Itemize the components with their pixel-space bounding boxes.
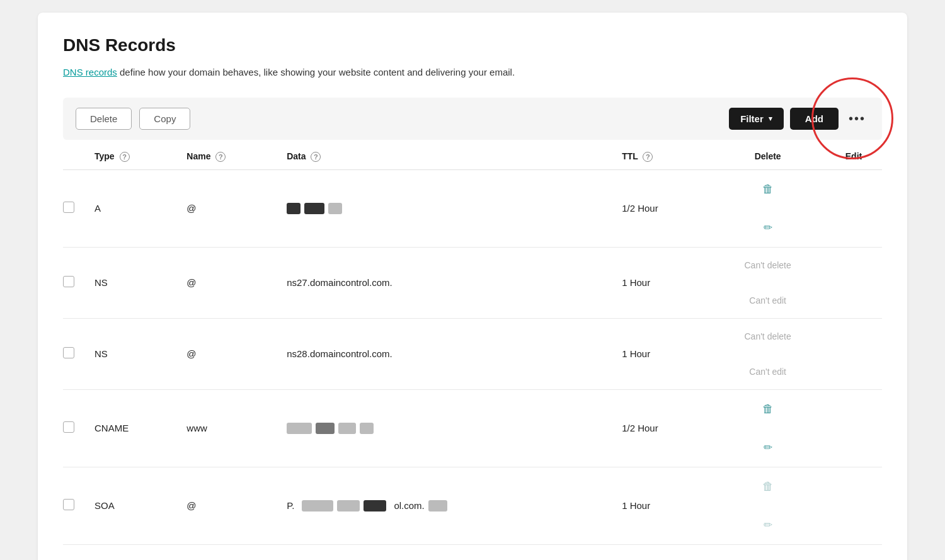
table-row: CNAMEwww1/2 Hour🗑✏ (63, 389, 882, 467)
ttl-help-icon[interactable]: ? (643, 152, 653, 162)
header-data: Data ? (280, 140, 616, 170)
row-name: @ (180, 247, 280, 318)
row-type: A (88, 169, 180, 247)
trash-icon[interactable]: 🗑 (762, 183, 774, 196)
row-ttl: 1 Hour (616, 247, 710, 318)
table-row: NS@ns27.domaincontrol.com.1 HourCan't de… (63, 247, 882, 318)
row-edit[interactable]: ✏ (710, 506, 825, 544)
table-row: NS@ns28.domaincontrol.com.1 HourCan't de… (63, 318, 882, 389)
row-data (280, 389, 616, 467)
row-data: ns28.domaincontrol.com. (280, 318, 616, 389)
row-delete[interactable]: 🗑 (710, 170, 825, 209)
row-delete: Can't delete (710, 319, 825, 354)
add-button[interactable]: Add (790, 108, 839, 130)
header-name: Name ? (180, 140, 280, 170)
row-edit[interactable]: ✏ (710, 209, 825, 247)
row-name: @ (180, 467, 280, 544)
cant-delete-label: Can't delete (745, 331, 791, 341)
table-wrap: Type ? Name ? Data ? TTL ? Delete Edit (63, 140, 882, 545)
row-name: @ (180, 169, 280, 247)
cant-delete-label: Can't delete (745, 260, 791, 270)
row-checkbox[interactable] (63, 347, 74, 358)
row-checkbox[interactable] (63, 421, 74, 433)
row-name: @ (180, 318, 280, 389)
delete-button[interactable]: Delete (76, 108, 132, 130)
row-delete[interactable]: 🗑 (710, 390, 825, 428)
type-help-icon[interactable]: ? (120, 152, 130, 162)
header-edit: Edit (825, 140, 882, 170)
page-description: DNS records define how your domain behav… (63, 66, 882, 80)
row-ttl: 1/2 Hour (616, 169, 710, 247)
trash-icon[interactable]: 🗑 (762, 403, 774, 416)
row-type: SOA (88, 467, 180, 544)
row-delete: Can't delete (710, 248, 825, 283)
row-delete[interactable]: 🗑 (710, 467, 825, 506)
toolbar-left: Delete Copy (76, 108, 190, 130)
cant-edit-label: Can't edit (749, 367, 786, 377)
page-title: DNS Records (63, 35, 882, 55)
header-ttl: TTL ? (616, 140, 710, 170)
row-edit: Can't edit (710, 283, 825, 318)
row-ttl: 1 Hour (616, 467, 710, 544)
dns-records-table: Type ? Name ? Data ? TTL ? Delete Edit (63, 140, 882, 545)
row-checkbox[interactable] (63, 202, 74, 213)
toolbar-container: Delete Copy Filter ▾ Add ••• (63, 98, 882, 140)
toolbar: Delete Copy Filter ▾ Add ••• (63, 98, 882, 140)
data-help-icon[interactable]: ? (311, 152, 321, 162)
dns-records-link[interactable]: DNS records (63, 67, 117, 77)
toolbar-right: Filter ▾ Add ••• (729, 108, 869, 130)
header-checkbox (63, 140, 88, 170)
table-row: A@1/2 Hour🗑✏ (63, 169, 882, 247)
header-delete: Delete (710, 140, 825, 170)
filter-button[interactable]: Filter ▾ (729, 108, 784, 130)
row-ttl: 1 Hour (616, 318, 710, 389)
table-header-row: Type ? Name ? Data ? TTL ? Delete Edit (63, 140, 882, 170)
row-type: NS (88, 318, 180, 389)
row-edit[interactable]: ✏ (710, 428, 825, 467)
row-type: CNAME (88, 389, 180, 467)
row-edit: Can't edit (710, 354, 825, 389)
header-type: Type ? (88, 140, 180, 170)
row-data (280, 169, 616, 247)
trash-icon: 🗑 (762, 480, 774, 493)
row-checkbox[interactable] (63, 276, 74, 287)
copy-button[interactable]: Copy (139, 108, 190, 130)
row-data: P.ol.com. (280, 467, 616, 544)
edit-icon[interactable]: ✏ (764, 221, 772, 234)
table-row: SOA@P.ol.com.1 Hour🗑✏ (63, 467, 882, 544)
edit-icon[interactable]: ✏ (764, 441, 772, 454)
name-help-icon[interactable]: ? (215, 152, 226, 162)
row-type: NS (88, 247, 180, 318)
dns-records-card: DNS Records DNS records define how your … (38, 13, 907, 560)
row-name: www (180, 389, 280, 467)
cant-edit-label: Can't edit (749, 295, 786, 306)
more-options-button[interactable]: ••• (845, 109, 869, 129)
row-data: ns27.domaincontrol.com. (280, 247, 616, 318)
chevron-down-icon: ▾ (769, 115, 772, 123)
row-ttl: 1/2 Hour (616, 389, 710, 467)
row-checkbox[interactable] (63, 499, 74, 510)
edit-icon: ✏ (764, 518, 772, 532)
